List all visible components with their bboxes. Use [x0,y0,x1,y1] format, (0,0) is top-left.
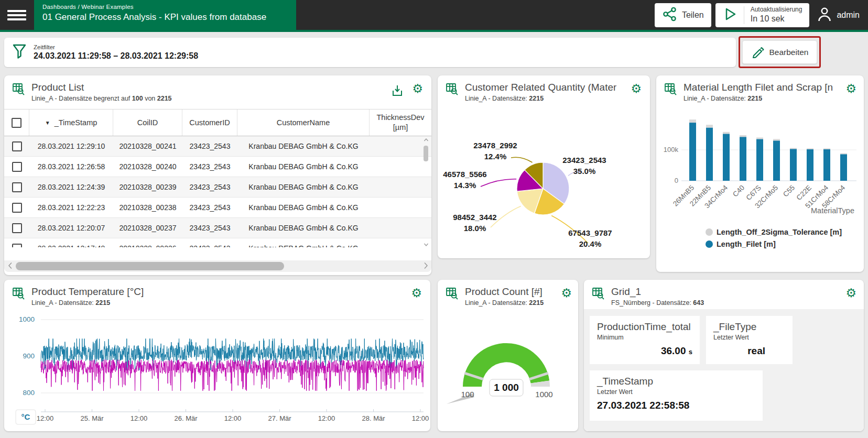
edit-label: Bearbeiten [769,48,809,57]
scroll-down-icon[interactable] [424,242,429,247]
horizontal-scroll-thumb[interactable] [16,262,284,270]
kpi-value: 27.03.2021 22:58:58 [597,400,755,411]
table-cell: Kranbau DEBAG GmbH & Co.KG [237,238,370,247]
autorefresh-label: Autoaktualisierung [751,6,802,14]
row-checkbox-cell [4,218,29,238]
brand-strip [0,30,868,32]
kpi-value: real [713,345,785,357]
vertical-scrollbar[interactable] [422,137,430,247]
bar-segment-tolerance[interactable] [689,119,696,123]
row-checkbox-cell [4,177,29,197]
share-button[interactable]: Teilen [655,3,711,27]
table-cell: 23423_2543 [182,157,237,177]
user-menu[interactable]: admin [813,6,863,25]
bar-segment-filet[interactable] [840,154,847,181]
gauge-chart: 10010001 000 [438,280,578,431]
bar-segment-tolerance[interactable] [840,153,847,154]
table-body: 28.03.2021 12:29:1020210328_0024123423_2… [4,136,431,247]
bar-segment-tolerance[interactable] [706,125,713,127]
product-temperature-panel: Product Temperature [°C] Linie_A - Daten… [4,280,430,431]
bar-segment-tolerance[interactable] [807,148,813,149]
bar-category-label: C40 [731,184,746,199]
bar-segment-filet[interactable] [706,128,713,181]
bar-segment-filet[interactable] [723,134,730,181]
time-filter-bar[interactable]: Zeitfilter 24.03.2021 11:29:58 – 28.03.2… [4,38,736,67]
bar-segment-filet[interactable] [790,149,797,181]
column-header-thickness[interactable]: ThicknessDev[µm] [370,110,431,136]
table-cell: 28.03.2021 12:29:10 [29,136,113,156]
row-checkbox[interactable] [12,182,22,192]
kpi-value: 36.00 s [597,345,692,357]
row-checkbox[interactable] [12,223,22,233]
row-checkbox[interactable] [12,203,22,213]
bar-segment-filet[interactable] [823,149,830,181]
table-row[interactable]: 28.03.2021 12:26:5820210328_0024023423_2… [4,157,431,177]
table-row[interactable]: 28.03.2021 12:29:1020210328_0024123423_2… [4,136,431,157]
table-header: ▼_TimeStamp CoilID CustomerID CustomerNa… [4,109,431,136]
kpi-aggregation: Letzter Wert [713,334,785,341]
gear-icon[interactable]: ⚙ [845,287,856,299]
breadcrumb[interactable]: Dashboards / Webinar Examples [42,4,288,10]
select-all-checkbox[interactable] [12,118,21,128]
scroll-right-icon[interactable] [420,262,431,271]
table-row[interactable]: 28.03.2021 12:20:0720210328_0023723423_2… [4,218,431,238]
row-checkbox[interactable] [12,162,22,172]
panel-title: Grid_1 [611,286,704,298]
table-cell: 28.03.2021 12:22:23 [29,198,113,217]
scroll-up-icon[interactable] [424,137,429,143]
customer-quantity-panel: Customer Related Quantity (Mater Linie_A… [438,75,650,258]
table-cell: Kranbau DEBAG GmbH & Co.KG [237,177,370,197]
unit-badge: °C [21,412,30,421]
menu-icon[interactable] [7,8,26,23]
table-cell: 20210328_00237 [113,218,182,238]
bar-segment-tolerance[interactable] [773,139,780,140]
scroll-left-icon[interactable] [4,262,16,271]
row-checkbox[interactable] [12,141,22,151]
table-row[interactable]: 28.03.2021 12:17:4820210328_0023623423_2… [4,238,431,247]
x-tick-label: 12:00 [131,414,148,422]
legend-label[interactable]: Length_Off_2Sigma_Tolerance [m] [717,228,842,236]
table-cell: 20210328_00236 [113,238,182,247]
username: admin [837,10,860,20]
bar-segment-filet[interactable] [740,137,746,181]
bar-segment-tolerance[interactable] [756,137,763,139]
legend-dot [706,240,713,248]
vertical-scroll-thumb[interactable] [424,146,428,161]
table-cell: 28.03.2021 12:17:48 [29,238,113,247]
column-header-customername[interactable]: CustomerName [237,110,370,136]
x-tick-label: 12:00 [412,414,429,422]
pie-label: 46578_5566 [443,170,486,179]
table-cell: Kranbau DEBAG GmbH & Co.KG [237,218,370,238]
legend-dot [706,228,713,236]
column-header-coilid[interactable]: CoilID [113,110,182,136]
table-cell: Kranbau DEBAG GmbH & Co.KG [237,198,370,217]
horizontal-scrollbar[interactable] [4,260,431,272]
pie-label: 67543_9787 [568,228,612,237]
column-header-customerid[interactable]: CustomerID [182,110,237,136]
table-cell: 23423_2543 [182,198,237,217]
y-tick-label: 800 [23,389,35,397]
bar-segment-tolerance[interactable] [740,135,746,137]
bar-chart: 100k026MnB522MnB534CrMo4C40C67S32CrMo5C5… [656,75,864,272]
line-chart: 100090080012:0025. Mär12:0026. Mär12:002… [4,280,430,431]
table-row[interactable]: 28.03.2021 12:24:3920210328_0023923423_2… [4,177,431,198]
row-checkbox[interactable] [12,244,22,248]
bar-segment-filet[interactable] [756,139,763,181]
x-tick-label: 12:00 [224,414,242,422]
pencil-icon [751,45,765,60]
legend-label[interactable]: Length_Filet [m] [717,240,776,248]
bar-segment-tolerance[interactable] [723,132,730,134]
bar-segment-filet[interactable] [807,149,813,181]
bar-segment-filet[interactable] [689,123,696,181]
bar-segment-tolerance[interactable] [823,148,830,149]
row-checkbox-cell [4,238,29,247]
bar-segment-filet[interactable] [773,140,780,181]
annotation-highlight-box: Bearbeiten [739,36,821,68]
bar-segment-tolerance[interactable] [790,148,797,149]
gear-icon[interactable]: ⚙ [412,83,423,95]
table-row[interactable]: 28.03.2021 12:22:2320210328_0023823423_2… [4,198,431,218]
download-icon[interactable] [390,84,404,100]
autorefresh-button[interactable]: Autoaktualisierung In 10 sek [715,3,810,27]
edit-button[interactable]: Bearbeiten [742,40,817,64]
column-header-timestamp[interactable]: ▼_TimeStamp [29,110,113,136]
